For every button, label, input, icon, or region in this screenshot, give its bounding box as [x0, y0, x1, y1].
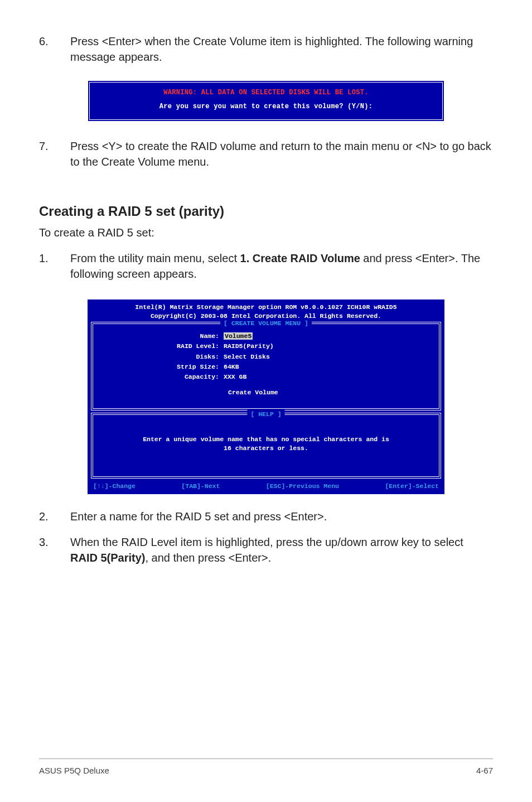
help-line1: Enter a unique volume name that has no s…	[143, 436, 389, 443]
create-volume-action[interactable]: Create Volume	[101, 388, 431, 397]
field-name: Name: Volume5	[101, 332, 431, 341]
key-hint-bar: [↑↓]-Change [TAB]-Next [ESC]-Previous Me…	[88, 481, 444, 494]
step-text-pre: From the utility main menu, select	[70, 252, 240, 264]
step-text: Press <Y> to create the RAID volume and …	[70, 138, 493, 170]
step-6: 6. Press <Enter> when the Create Volume …	[39, 33, 493, 65]
hint-prev: [ESC]-Previous Menu	[266, 482, 339, 491]
step-number: 2.	[39, 509, 70, 524]
field-strip-size: Strip Size: 64KB	[101, 363, 431, 371]
section-heading: Creating a RAID 5 set (parity)	[39, 202, 493, 221]
create-volume-panel: [ CREATE VOLUME MENU ] Name: Volume5 RAI…	[91, 322, 441, 410]
step-3: 3. When the RAID Level item is highlight…	[39, 534, 493, 566]
step-7: 7. Press <Y> to create the RAID volume a…	[39, 138, 493, 170]
step-text: Enter a name for the RAID 5 set and pres…	[70, 509, 493, 524]
field-disks: Disks: Select Disks	[101, 352, 431, 361]
hint-change: [↑↓]-Change	[93, 482, 136, 491]
help-text: Enter a unique volume name that has no s…	[101, 423, 431, 465]
step-text-bold: RAID 5(Parity)	[70, 552, 145, 564]
step-number: 7.	[39, 138, 70, 170]
help-panel: [ HELP ] Enter a unique volume name that…	[91, 413, 441, 479]
step-text-pre: When the RAID Level item is highlighted,…	[70, 536, 463, 548]
step-text: When the RAID Level item is highlighted,…	[70, 534, 493, 566]
field-value: Volume5	[224, 332, 431, 341]
step-number: 1.	[39, 250, 70, 282]
field-capacity: Capacity: XXX GB	[101, 373, 431, 381]
step-number: 3.	[39, 534, 70, 566]
step-number: 6.	[39, 33, 70, 65]
utility-titlebar: Intel(R) Matrix Storage Manager option R…	[88, 299, 444, 322]
step-text-post: , and then press <Enter>.	[145, 552, 271, 564]
panel-title: [ CREATE VOLUME MENU ]	[220, 319, 312, 328]
step-2: 2. Enter a name for the RAID 5 set and p…	[39, 509, 493, 524]
page-footer: ASUS P5Q Deluxe 4-67	[39, 758, 493, 776]
field-label: Capacity:	[101, 373, 224, 381]
bios-warning-dialog: WARNING: ALL DATA ON SELECTED DISKS WILL…	[88, 80, 444, 122]
step-text-bold: 1. Create RAID Volume	[240, 252, 360, 264]
section-lead: To create a RAID 5 set:	[39, 225, 493, 240]
hint-next: [TAB]-Next	[181, 482, 220, 491]
footer-right: 4-67	[476, 765, 493, 776]
step-text: From the utility main menu, select 1. Cr…	[70, 250, 493, 282]
confirm-prompt: Are you sure you want to create this vol…	[159, 103, 373, 110]
name-input-highlight[interactable]: Volume5	[224, 332, 253, 340]
warning-line: WARNING: ALL DATA ON SELECTED DISKS WILL…	[99, 88, 433, 98]
bios-utility-screen: Intel(R) Matrix Storage Manager option R…	[88, 299, 444, 494]
step-text: Press <Enter> when the Create Volume ite…	[70, 33, 493, 65]
field-value: RAID5(Parity)	[224, 342, 431, 351]
field-raid-level: RAID Level: RAID5(Parity)	[101, 342, 431, 351]
help-line2: 16 characters or less.	[224, 445, 308, 452]
footer-left: ASUS P5Q Deluxe	[39, 765, 109, 776]
panel-title: [ HELP ]	[247, 410, 284, 419]
field-label: Disks:	[101, 352, 224, 361]
hint-select: [Enter]-Select	[385, 482, 439, 491]
field-value: Select Disks	[224, 352, 431, 361]
utility-title-line1: Intel(R) Matrix Storage Manager option R…	[90, 303, 442, 312]
field-value: 64KB	[224, 363, 431, 371]
field-value: XXX GB	[224, 373, 431, 381]
step-1: 1. From the utility main menu, select 1.…	[39, 250, 493, 282]
field-label: RAID Level:	[101, 342, 224, 351]
field-label: Name:	[101, 332, 224, 341]
field-label: Strip Size:	[101, 363, 224, 371]
